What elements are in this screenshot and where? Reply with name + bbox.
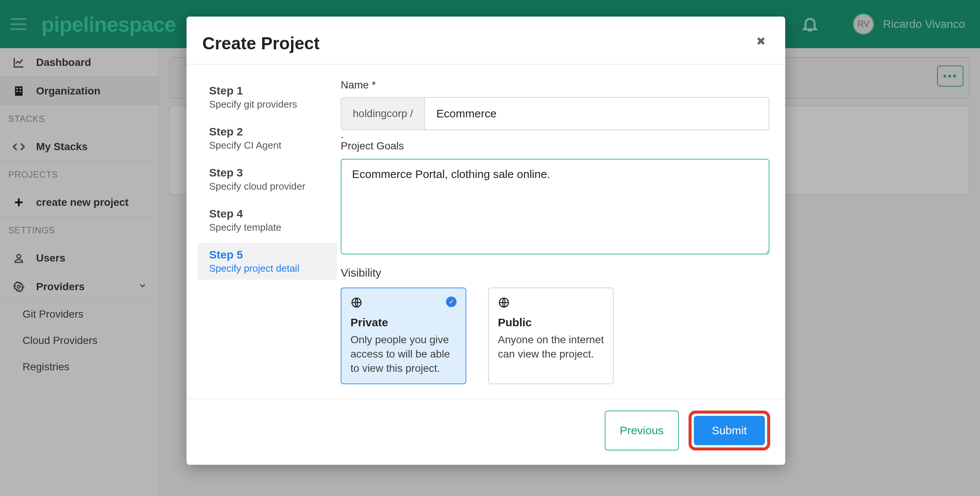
wizard-step-4[interactable]: Step 4 Specify template (198, 202, 337, 239)
name-label: Name * (341, 79, 769, 91)
step-title: Step 4 (209, 207, 326, 220)
modal-footer: Previous Submit (186, 399, 785, 465)
name-input-group: holdingcorp / (341, 97, 769, 130)
step-subtitle: Specify cloud provider (209, 181, 326, 192)
modal-title: Create Project (202, 33, 320, 53)
visibility-label: Visibility (341, 266, 769, 279)
visibility-option-public[interactable]: Public Anyone on the internet can view t… (488, 287, 614, 384)
visibility-card-desc: Only people you give access to will be a… (350, 333, 457, 375)
previous-button[interactable]: Previous (605, 411, 679, 450)
step-title: Step 1 (209, 84, 326, 97)
step-subtitle: Specify git providers (209, 99, 326, 110)
visibility-card-desc: Anyone on the internet can view the proj… (498, 333, 604, 361)
wizard-steps: Step 1 Specify git providers Step 2 Spec… (198, 79, 337, 384)
wizard-step-3[interactable]: Step 3 Specify cloud provider (198, 161, 337, 198)
globe-icon (498, 297, 510, 309)
goals-label: Project Goals (341, 140, 769, 152)
visibility-option-private[interactable]: ✓ Private Only people you give access to… (341, 287, 466, 384)
step-title: Step 3 (209, 166, 326, 179)
name-prefix: holdingcorp / (342, 98, 425, 129)
create-project-modal: Create Project ✖ Step 1 Specify git prov… (186, 16, 785, 465)
helper-dot: . (341, 133, 769, 136)
globe-icon (350, 297, 363, 309)
project-detail-form: Name * holdingcorp / . Project Goals Vis… (337, 79, 769, 384)
wizard-step-1[interactable]: Step 1 Specify git providers (198, 79, 337, 116)
step-subtitle: Specify template (209, 222, 326, 233)
step-title: Step 2 (209, 125, 326, 138)
step-title: Step 5 (209, 248, 326, 261)
project-goals-textarea[interactable] (341, 159, 769, 254)
visibility-card-title: Private (350, 316, 457, 329)
wizard-step-2[interactable]: Step 2 Specify CI Agent (198, 120, 337, 156)
check-icon: ✓ (446, 297, 457, 307)
project-name-input[interactable] (425, 98, 768, 129)
wizard-step-5[interactable]: Step 5 Specify project detail (198, 243, 337, 280)
step-subtitle: Specify CI Agent (209, 140, 326, 151)
close-button[interactable]: ✖ (752, 33, 769, 49)
submit-highlight: Submit (689, 411, 770, 450)
submit-button[interactable]: Submit (694, 416, 765, 445)
step-subtitle: Specify project detail (209, 263, 326, 274)
visibility-card-title: Public (498, 316, 604, 329)
